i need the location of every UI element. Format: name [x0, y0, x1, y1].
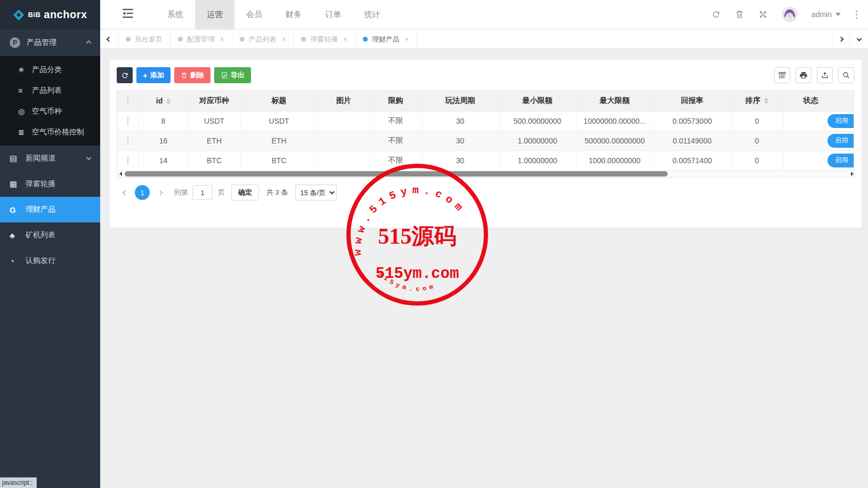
tab-menu-button[interactable]	[850, 30, 868, 49]
tab-bar-spacer	[417, 30, 832, 49]
prev-page-button[interactable]	[117, 191, 133, 195]
status-toggle[interactable]: 启用	[828, 154, 855, 167]
tab-close-icon[interactable]: ×	[343, 35, 347, 43]
cell-id: 14	[139, 150, 188, 170]
search-toggle-button[interactable]	[838, 67, 854, 83]
column-header-rate: 回报率	[653, 91, 731, 111]
add-button[interactable]: + 添加	[136, 67, 171, 83]
column-header-sort[interactable]: 排序	[731, 91, 783, 111]
top-header: 系统 运营 会员 财务 订单 统计 admin	[100, 0, 868, 29]
sidebar-item-subscription-issue[interactable]: ◔ 认购发行	[0, 248, 100, 274]
sidebar-item-product-management[interactable]: P 产品管理	[0, 29, 100, 56]
collapse-sidebar-icon[interactable]	[121, 7, 134, 22]
row-checkbox[interactable]	[127, 136, 128, 146]
table-toolbar: + 添加 删除 导出	[117, 67, 854, 83]
page-1-button[interactable]: 1	[135, 185, 150, 200]
tab-scroll-left-button[interactable]	[100, 30, 118, 49]
scroll-left-arrow-icon[interactable]	[117, 172, 124, 176]
finance-products-panel: + 添加 删除 导出	[109, 59, 862, 228]
sidebar-item-product-category[interactable]: ✳ 产品分类	[0, 59, 100, 80]
total-count: 共 3 条	[266, 188, 288, 197]
sidebar-item-product-list[interactable]: ≡ 产品列表	[0, 80, 100, 101]
column-header-title: 标题	[240, 91, 318, 111]
next-page-button[interactable]	[152, 191, 168, 195]
columns-toggle-button[interactable]	[774, 67, 790, 83]
page-input[interactable]	[192, 185, 213, 200]
tab-status-dot	[126, 37, 131, 42]
cell-min: 1.00000000	[499, 150, 576, 170]
tab-popup-carousel[interactable]: 弹窗轮播 ×	[294, 30, 355, 49]
tab-dashboard-home[interactable]: 后台首页	[118, 30, 171, 49]
export-data-button[interactable]	[817, 67, 833, 83]
fullscreen-icon[interactable]	[758, 10, 768, 19]
cell-title: BTC	[240, 150, 318, 170]
sidebar-item-news-channel[interactable]: ▤ 新闻频道	[0, 146, 100, 171]
nav-item-members[interactable]: 会员	[234, 0, 274, 29]
tab-product-list[interactable]: 产品列表 ×	[232, 30, 294, 49]
nav-item-statistics[interactable]: 统计	[353, 0, 392, 29]
print-button[interactable]	[796, 67, 812, 83]
trash-icon[interactable]	[735, 10, 744, 19]
nav-item-operations[interactable]: 运营	[195, 0, 234, 29]
chevron-up-icon	[86, 40, 92, 45]
confirm-button[interactable]: 确定	[231, 185, 259, 201]
user-menu[interactable]: admin	[812, 10, 841, 19]
tab-label: 配置管理	[187, 35, 215, 44]
row-checkbox[interactable]	[127, 156, 128, 165]
air-coin-icon: ◎	[18, 107, 32, 116]
tab-status-dot	[363, 37, 368, 42]
cell-min: 1.00000000	[499, 131, 576, 150]
tab-close-icon[interactable]: ×	[405, 35, 409, 43]
refresh-icon[interactable]	[711, 10, 721, 19]
horizontal-scrollbar[interactable]	[117, 170, 854, 178]
select-all-checkbox[interactable]	[127, 96, 128, 106]
status-toggle[interactable]: 启用	[828, 134, 855, 148]
refresh-button[interactable]	[117, 67, 133, 83]
tab-label: 理财产品	[372, 35, 400, 44]
page-size-select[interactable]: 15 条/页	[295, 185, 337, 201]
table-row: 14 BTC BTC 不限 30 1.00000000 1000.0000000…	[117, 150, 854, 170]
header-actions: admin	[711, 0, 868, 29]
column-header-id[interactable]: id	[139, 91, 188, 111]
sort-icon[interactable]	[764, 98, 768, 104]
kebab-menu-icon[interactable]	[855, 10, 858, 20]
avatar[interactable]	[782, 6, 798, 22]
chevron-down-icon	[857, 36, 862, 41]
sidebar-item-finance-products[interactable]: G 理财产品	[0, 197, 100, 222]
search-icon	[842, 71, 850, 79]
tab-scroll-right-button[interactable]	[832, 30, 850, 49]
scrollbar-thumb[interactable]	[125, 171, 668, 177]
main-content: + 添加 删除 导出	[100, 50, 868, 488]
nav-item-system[interactable]: 系统	[156, 0, 195, 29]
sidebar-subitem-label: 产品分类	[32, 65, 62, 75]
sidebar-item-miner-list[interactable]: ♣ 矿机列表	[0, 222, 100, 248]
product-list-icon: ≡	[18, 86, 32, 95]
air-coin-price-icon: ≣	[18, 128, 32, 137]
tab-label: 产品列表	[249, 35, 277, 44]
tab-close-icon[interactable]: ×	[282, 35, 286, 43]
scrollbar-track[interactable]	[124, 171, 847, 177]
cell-limit: 不限	[370, 111, 421, 131]
status-toggle[interactable]: 启用	[828, 114, 855, 128]
tab-config-management[interactable]: 配置管理 ×	[171, 30, 232, 49]
product-management-icon: P	[10, 37, 20, 48]
nav-item-orders[interactable]: 订单	[313, 0, 353, 29]
delete-button[interactable]: 删除	[174, 67, 210, 83]
export-button[interactable]: 导出	[214, 67, 251, 83]
nav-item-finance[interactable]: 财务	[274, 0, 313, 29]
tab-status-dot	[240, 37, 245, 42]
cell-sort: 0	[731, 131, 783, 150]
tab-status-dot	[178, 37, 183, 42]
page-unit-label: 页	[218, 188, 225, 197]
sort-icon[interactable]	[166, 98, 171, 105]
brand-logo[interactable]: BiB anchorx	[0, 0, 100, 29]
sidebar-item-popup-carousel[interactable]: ▦ 弹窗轮播	[0, 171, 100, 197]
sidebar: BiB anchorx P 产品管理 ✳ 产品分类 ≡ 产品列表 ◎ 空气币种 …	[0, 0, 100, 488]
sidebar-item-air-coin[interactable]: ◎ 空气币种	[0, 101, 100, 122]
tab-finance-products[interactable]: 理财产品 ×	[355, 30, 417, 49]
row-checkbox[interactable]	[127, 116, 128, 126]
product-category-icon: ✳	[18, 66, 32, 74]
scroll-right-arrow-icon[interactable]	[847, 172, 854, 176]
sidebar-item-air-coin-price[interactable]: ≣ 空气币价格控制	[0, 122, 100, 142]
tab-close-icon[interactable]: ×	[220, 35, 224, 43]
